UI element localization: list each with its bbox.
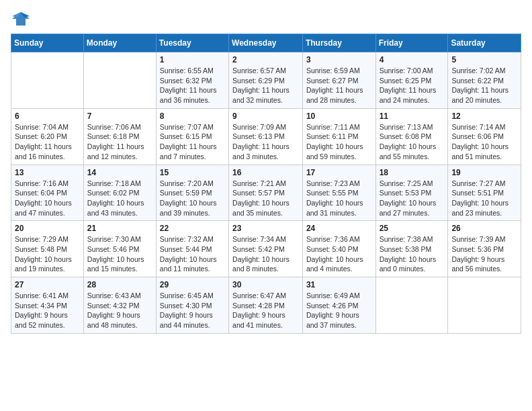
- day-detail: Sunrise: 6:47 AM Sunset: 4:28 PM Dayligh…: [232, 291, 299, 330]
- day-number: 15: [160, 168, 225, 177]
- day-detail: Sunrise: 7:30 AM Sunset: 5:46 PM Dayligh…: [87, 234, 152, 274]
- day-number: 13: [15, 168, 80, 177]
- day-number: 10: [306, 111, 372, 121]
- calendar-cell: 30Sunrise: 6:47 AM Sunset: 4:28 PM Dayli…: [229, 277, 303, 334]
- calendar-cell: 31Sunrise: 6:49 AM Sunset: 4:26 PM Dayli…: [302, 277, 375, 334]
- page-header: [11, 11, 521, 27]
- day-number: 5: [451, 55, 517, 64]
- calendar-week-row: 13Sunrise: 7:16 AM Sunset: 6:04 PM Dayli…: [11, 165, 521, 221]
- day-detail: Sunrise: 7:39 AM Sunset: 5:36 PM Dayligh…: [451, 234, 517, 274]
- day-detail: Sunrise: 7:18 AM Sunset: 6:02 PM Dayligh…: [87, 179, 152, 218]
- calendar-week-row: 6Sunrise: 7:04 AM Sunset: 6:20 PM Daylig…: [11, 108, 521, 165]
- day-detail: Sunrise: 6:43 AM Sunset: 4:32 PM Dayligh…: [87, 291, 152, 330]
- day-detail: Sunrise: 6:41 AM Sunset: 4:34 PM Dayligh…: [15, 291, 80, 330]
- day-detail: Sunrise: 7:09 AM Sunset: 6:13 PM Dayligh…: [232, 122, 299, 162]
- header-row: SundayMondayTuesdayWednesdayThursdayFrid…: [11, 34, 521, 52]
- day-number: 27: [15, 280, 80, 289]
- calendar-cell: 17Sunrise: 7:23 AM Sunset: 5:55 PM Dayli…: [302, 165, 375, 221]
- calendar-cell: 12Sunrise: 7:14 AM Sunset: 6:06 PM Dayli…: [448, 108, 521, 165]
- day-number: 6: [15, 111, 80, 121]
- day-detail: Sunrise: 7:20 AM Sunset: 5:59 PM Dayligh…: [160, 179, 225, 218]
- day-number: 24: [306, 224, 372, 233]
- logo: [11, 11, 34, 27]
- day-detail: Sunrise: 7:32 AM Sunset: 5:44 PM Dayligh…: [160, 234, 225, 274]
- day-detail: Sunrise: 7:25 AM Sunset: 5:53 PM Dayligh…: [380, 179, 445, 218]
- calendar-cell: 21Sunrise: 7:30 AM Sunset: 5:46 PM Dayli…: [83, 221, 156, 277]
- day-header: Sunday: [11, 34, 84, 52]
- calendar-cell: 19Sunrise: 7:27 AM Sunset: 5:51 PM Dayli…: [448, 165, 521, 221]
- day-header: Friday: [375, 34, 448, 52]
- day-number: 31: [306, 280, 372, 289]
- calendar-cell: 2Sunrise: 6:57 AM Sunset: 6:29 PM Daylig…: [229, 52, 303, 109]
- calendar-cell: [448, 277, 521, 334]
- calendar-cell: 13Sunrise: 7:16 AM Sunset: 6:04 PM Dayli…: [11, 165, 84, 221]
- calendar-week-row: 1Sunrise: 6:55 AM Sunset: 6:32 PM Daylig…: [11, 52, 521, 109]
- calendar-cell: [11, 52, 84, 109]
- day-number: 28: [87, 280, 152, 289]
- day-detail: Sunrise: 6:45 AM Sunset: 4:30 PM Dayligh…: [160, 291, 225, 330]
- day-number: 19: [451, 168, 517, 177]
- day-detail: Sunrise: 7:27 AM Sunset: 5:51 PM Dayligh…: [451, 179, 517, 218]
- day-detail: Sunrise: 7:02 AM Sunset: 6:22 PM Dayligh…: [451, 66, 517, 105]
- day-header: Saturday: [448, 34, 521, 52]
- calendar-cell: 3Sunrise: 6:59 AM Sunset: 6:27 PM Daylig…: [302, 52, 375, 109]
- day-detail: Sunrise: 7:11 AM Sunset: 6:11 PM Dayligh…: [306, 122, 372, 162]
- day-number: 9: [232, 111, 299, 121]
- day-number: 1: [160, 55, 225, 64]
- calendar-cell: 26Sunrise: 7:39 AM Sunset: 5:36 PM Dayli…: [448, 221, 521, 277]
- day-detail: Sunrise: 6:57 AM Sunset: 6:29 PM Dayligh…: [232, 66, 299, 105]
- calendar-cell: 1Sunrise: 6:55 AM Sunset: 6:32 PM Daylig…: [156, 52, 228, 109]
- calendar-cell: 20Sunrise: 7:29 AM Sunset: 5:48 PM Dayli…: [11, 221, 84, 277]
- calendar-cell: 5Sunrise: 7:02 AM Sunset: 6:22 PM Daylig…: [448, 52, 521, 109]
- calendar-cell: 28Sunrise: 6:43 AM Sunset: 4:32 PM Dayli…: [83, 277, 156, 334]
- calendar-cell: 4Sunrise: 7:00 AM Sunset: 6:25 PM Daylig…: [375, 52, 448, 109]
- calendar-cell: 11Sunrise: 7:13 AM Sunset: 6:08 PM Dayli…: [375, 108, 448, 165]
- calendar-header: SundayMondayTuesdayWednesdayThursdayFrid…: [11, 34, 521, 52]
- calendar-cell: 7Sunrise: 7:06 AM Sunset: 6:18 PM Daylig…: [83, 108, 156, 165]
- day-detail: Sunrise: 7:21 AM Sunset: 5:57 PM Dayligh…: [232, 179, 299, 218]
- day-number: 18: [380, 168, 445, 177]
- day-number: 4: [380, 55, 445, 64]
- calendar-cell: 16Sunrise: 7:21 AM Sunset: 5:57 PM Dayli…: [229, 165, 303, 221]
- day-number: 8: [160, 111, 225, 121]
- calendar-cell: 15Sunrise: 7:20 AM Sunset: 5:59 PM Dayli…: [156, 165, 228, 221]
- day-number: 25: [380, 224, 445, 233]
- day-number: 14: [87, 168, 152, 177]
- calendar-week-row: 20Sunrise: 7:29 AM Sunset: 5:48 PM Dayli…: [11, 221, 521, 277]
- calendar-cell: [375, 277, 448, 334]
- day-detail: Sunrise: 7:29 AM Sunset: 5:48 PM Dayligh…: [15, 234, 80, 274]
- day-detail: Sunrise: 7:38 AM Sunset: 5:38 PM Dayligh…: [380, 234, 445, 274]
- calendar-cell: 22Sunrise: 7:32 AM Sunset: 5:44 PM Dayli…: [156, 221, 228, 277]
- day-detail: Sunrise: 7:36 AM Sunset: 5:40 PM Dayligh…: [306, 234, 372, 274]
- day-detail: Sunrise: 7:04 AM Sunset: 6:20 PM Dayligh…: [15, 122, 80, 162]
- day-number: 11: [380, 111, 445, 121]
- calendar-cell: 9Sunrise: 7:09 AM Sunset: 6:13 PM Daylig…: [229, 108, 303, 165]
- day-detail: Sunrise: 7:14 AM Sunset: 6:06 PM Dayligh…: [451, 122, 517, 162]
- day-number: 26: [451, 224, 517, 233]
- day-number: 23: [232, 224, 299, 233]
- day-number: 30: [232, 280, 299, 289]
- day-number: 16: [232, 168, 299, 177]
- calendar-cell: 14Sunrise: 7:18 AM Sunset: 6:02 PM Dayli…: [83, 165, 156, 221]
- day-detail: Sunrise: 6:55 AM Sunset: 6:32 PM Dayligh…: [160, 66, 225, 105]
- day-detail: Sunrise: 7:34 AM Sunset: 5:42 PM Dayligh…: [232, 234, 299, 274]
- day-detail: Sunrise: 7:06 AM Sunset: 6:18 PM Dayligh…: [87, 122, 152, 162]
- calendar-cell: 27Sunrise: 6:41 AM Sunset: 4:34 PM Dayli…: [11, 277, 84, 334]
- day-number: 21: [87, 224, 152, 233]
- day-number: 29: [160, 280, 225, 289]
- calendar-cell: 25Sunrise: 7:38 AM Sunset: 5:38 PM Dayli…: [375, 221, 448, 277]
- day-number: 7: [87, 111, 152, 121]
- calendar-cell: [83, 52, 156, 109]
- calendar-cell: 23Sunrise: 7:34 AM Sunset: 5:42 PM Dayli…: [229, 221, 303, 277]
- day-number: 17: [306, 168, 372, 177]
- day-header: Wednesday: [229, 34, 303, 52]
- day-number: 20: [15, 224, 80, 233]
- calendar-cell: 10Sunrise: 7:11 AM Sunset: 6:11 PM Dayli…: [302, 108, 375, 165]
- day-detail: Sunrise: 6:49 AM Sunset: 4:26 PM Dayligh…: [306, 291, 372, 330]
- day-header: Monday: [83, 34, 156, 52]
- day-header: Thursday: [302, 34, 375, 52]
- calendar-table: SundayMondayTuesdayWednesdayThursdayFrid…: [11, 34, 521, 334]
- day-detail: Sunrise: 6:59 AM Sunset: 6:27 PM Dayligh…: [306, 66, 372, 105]
- day-number: 2: [232, 55, 299, 64]
- calendar-week-row: 27Sunrise: 6:41 AM Sunset: 4:34 PM Dayli…: [11, 277, 521, 334]
